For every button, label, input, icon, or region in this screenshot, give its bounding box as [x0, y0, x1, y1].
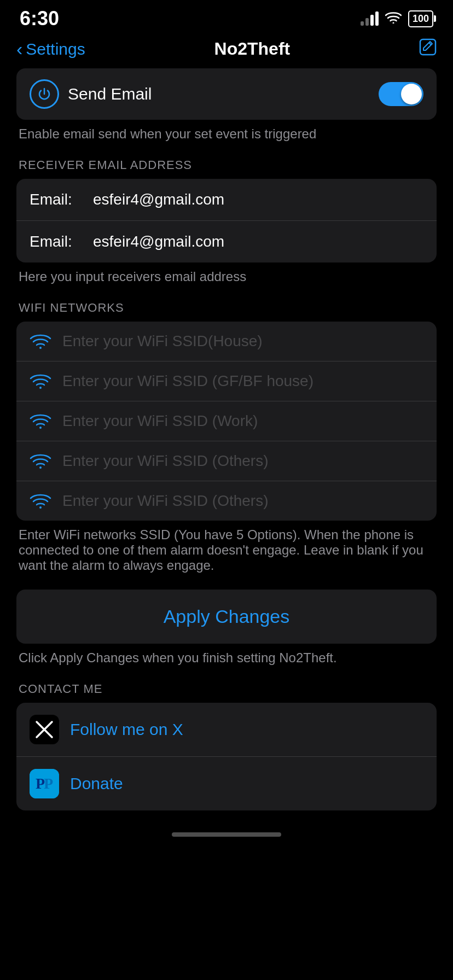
wifi-placeholder-4: Enter your WiFi SSID (Others) — [62, 492, 269, 510]
status-bar: 6:30 100 — [0, 0, 453, 33]
back-label: Settings — [26, 40, 85, 59]
donate-label: Donate — [70, 774, 123, 793]
wifi-placeholder-1: Enter your WiFi SSID (GF/BF house) — [62, 372, 313, 390]
email-row-1[interactable]: Email: esfeir4@gmail.com — [16, 179, 437, 221]
receiver-email-description: Here you input receivers email address — [16, 269, 437, 284]
svg-point-6 — [39, 466, 42, 469]
send-email-toggle[interactable] — [379, 82, 423, 106]
wifi-icon-3 — [30, 452, 51, 470]
page-title: No2Theft — [214, 39, 291, 59]
wifi-status-icon — [385, 10, 402, 27]
wifi-row-3[interactable]: Enter your WiFi SSID (Others) — [16, 441, 437, 481]
email-value-2: esfeir4@gmail.com — [93, 233, 423, 250]
apply-changes-button[interactable]: Apply Changes — [16, 590, 437, 644]
wifi-row-0[interactable]: Enter your WiFi SSID(House) — [16, 322, 437, 361]
receiver-email-section-label: RECEIVER EMAIL ADDRESS — [16, 158, 437, 172]
home-bar — [172, 832, 281, 837]
wifi-section-label: WIFI NETWORKS — [16, 301, 437, 315]
status-time: 6:30 — [20, 7, 59, 30]
contact-card: Follow me on X PP Donate — [16, 703, 437, 810]
apply-changes-label: Apply Changes — [164, 606, 290, 627]
send-email-left: Send Email — [30, 79, 152, 109]
svg-point-7 — [39, 506, 42, 509]
svg-rect-1 — [420, 39, 435, 55]
edit-icon[interactable] — [419, 38, 437, 60]
home-indicator — [0, 821, 453, 842]
wifi-row-2[interactable]: Enter your WiFi SSID (Work) — [16, 401, 437, 441]
apply-changes-description: Click Apply Changes when you finish sett… — [16, 650, 437, 666]
email-label-1: Email: — [30, 191, 84, 208]
back-button[interactable]: ‹ Settings — [16, 38, 85, 60]
wifi-icon-1 — [30, 372, 51, 390]
send-email-description: Enable email send when your set event is… — [16, 126, 437, 142]
paypal-icon: PP — [30, 769, 59, 798]
wifi-row-1[interactable]: Enter your WiFi SSID (GF/BF house) — [16, 361, 437, 401]
follow-x-label: Follow me on X — [70, 720, 183, 739]
power-icon — [30, 79, 59, 109]
battery-indicator: 100 — [408, 10, 433, 27]
wifi-placeholder-0: Enter your WiFi SSID(House) — [62, 332, 263, 350]
wifi-row-4[interactable]: Enter your WiFi SSID (Others) — [16, 481, 437, 521]
status-icons: 100 — [361, 10, 433, 27]
svg-point-3 — [39, 347, 42, 349]
email-label-2: Email: — [30, 233, 84, 250]
wifi-placeholder-3: Enter your WiFi SSID (Others) — [62, 452, 269, 470]
follow-x-row[interactable]: Follow me on X — [16, 703, 437, 757]
email-value-1: esfeir4@gmail.com — [93, 191, 423, 208]
toggle-thumb — [401, 84, 422, 104]
contact-section-label: CONTACT ME — [16, 682, 437, 696]
svg-point-4 — [39, 387, 42, 389]
send-email-card: Send Email — [16, 68, 437, 120]
wifi-description: Enter WiFi networks SSID (You have 5 Opt… — [16, 527, 437, 573]
x-icon — [30, 715, 59, 744]
wifi-card: Enter your WiFi SSID(House) Enter your W… — [16, 322, 437, 521]
email-card: Email: esfeir4@gmail.com Email: esfeir4@… — [16, 179, 437, 262]
nav-bar: ‹ Settings No2Theft — [0, 33, 453, 68]
wifi-icon-0 — [30, 332, 51, 350]
wifi-icon-4 — [30, 492, 51, 510]
wifi-icon-2 — [30, 412, 51, 430]
signal-icon — [361, 11, 379, 26]
chevron-left-icon: ‹ — [16, 38, 22, 60]
email-row-2[interactable]: Email: esfeir4@gmail.com — [16, 221, 437, 262]
svg-point-0 — [392, 22, 394, 24]
wifi-placeholder-2: Enter your WiFi SSID (Work) — [62, 412, 258, 430]
svg-point-5 — [39, 427, 42, 429]
donate-row[interactable]: PP Donate — [16, 757, 437, 810]
send-email-label: Send Email — [68, 85, 152, 103]
main-content: Send Email Enable email send when your s… — [0, 68, 453, 810]
